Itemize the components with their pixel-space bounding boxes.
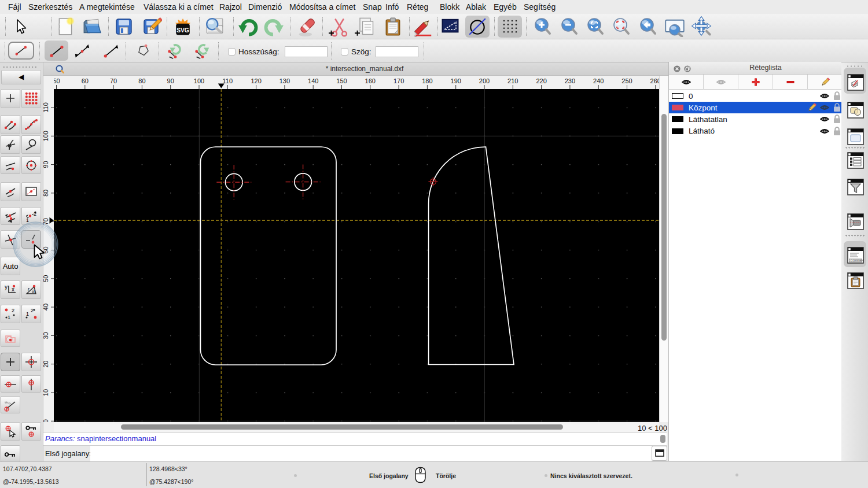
svg-text:2: 2 [34,211,36,217]
svg-text:10: 10 [43,389,49,396]
svg-text:200: 200 [479,77,490,84]
svg-text:70: 70 [110,77,117,84]
svg-text:100: 100 [194,77,204,84]
svg-text:240: 240 [593,77,604,84]
svg-text:180: 180 [422,77,432,84]
svg-text:150: 150 [336,77,347,84]
svg-text:170: 170 [393,77,404,84]
svg-text:250: 250 [621,77,632,84]
svg-text:190: 190 [451,77,461,84]
svg-text:90: 90 [43,161,49,168]
svg-text:80: 80 [43,190,49,197]
svg-text:130: 130 [279,77,290,84]
svg-text:40: 40 [43,304,49,310]
svg-text:SVG: SVG [176,27,189,34]
svg-text:a: a [32,288,35,294]
svg-text:2: 2 [31,308,34,313]
svg-text:60: 60 [82,77,89,84]
svg-text:2: 2 [12,308,14,313]
svg-text:110: 110 [43,102,49,113]
svg-text:20: 20 [43,361,49,368]
svg-text:c command: c command [851,259,864,262]
svg-text:50: 50 [43,275,49,282]
svg-text:1: 1 [26,311,29,317]
svg-text:220: 220 [536,77,546,84]
svg-text:260: 260 [650,77,659,84]
svg-text:160: 160 [365,77,376,84]
svg-text:30: 30 [43,332,49,339]
svg-text:1: 1 [8,315,10,320]
svg-text:y: y [5,284,8,290]
svg-text:90: 90 [167,77,174,84]
svg-text:100: 100 [43,131,49,141]
svg-text:50: 50 [54,77,60,84]
svg-text:80: 80 [138,77,145,84]
svg-text:120: 120 [251,77,261,84]
svg-text:230: 230 [565,77,575,84]
svg-text:110: 110 [223,77,233,84]
svg-text:210: 210 [507,77,518,84]
svg-text:140: 140 [308,77,318,84]
